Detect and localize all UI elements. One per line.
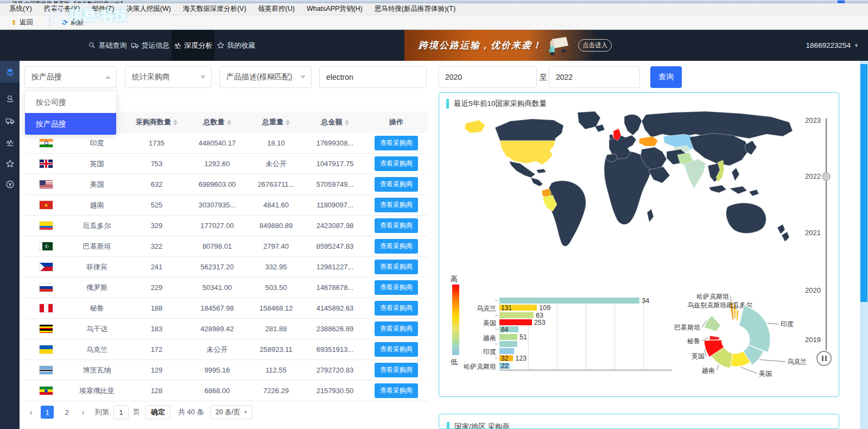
sidebar-item-star-icon[interactable] (0, 153, 20, 174)
view-buyers-button[interactable]: 查看采购商 (375, 363, 418, 377)
scrollbar-thumb[interactable] (860, 64, 867, 302)
nav-tab-货运信息[interactable]: 货运信息 (129, 30, 172, 61)
table-row-印度: 印度17354480540.1718.1017699308...查看采购商 (24, 133, 428, 154)
dropdown-option-按公司搜[interactable]: 按公司搜 (25, 91, 116, 113)
column-header-总重量[interactable]: 总重量 (247, 111, 305, 133)
search-mode-select[interactable]: 按产品搜 (24, 66, 117, 88)
sidebar-item-search-hand-icon[interactable] (0, 88, 20, 110)
view-buyers-button[interactable]: 查看采购商 (375, 383, 418, 398)
table-row-秘鲁: 秘鲁188184567.98158468.124145892.63查看采购商 (24, 298, 428, 319)
pie-label-越南: 越南 (702, 367, 715, 374)
page-size-select[interactable]: 20 条/页▼ (211, 405, 253, 419)
back-label: 返回 (20, 18, 33, 27)
view-buyers-button[interactable]: 查看采购商 (375, 218, 418, 233)
banner-enter-button[interactable]: 点击进入 (578, 39, 612, 52)
match-type-select[interactable]: 产品描述(模糊匹配) (219, 66, 312, 88)
confirm-button[interactable]: 确定 (145, 405, 170, 419)
country-flag (39, 242, 53, 251)
account-phone[interactable]: 18669223254 ▼ (776, 30, 863, 61)
chevron-down-icon: ▼ (244, 410, 248, 415)
table-row-乌克兰: 乌克兰172未公开258923.1169351913...查看采购商 (24, 339, 428, 360)
sidebar-item-currency-icon[interactable] (0, 173, 20, 195)
view-buyers-button[interactable]: 查看采购商 (375, 177, 418, 192)
second-chart-card: 国家/地区 采购商 (439, 414, 839, 429)
menu-item[interactable]: 系统(Y) (4, 3, 37, 15)
prev-page-button[interactable]: ‹ (24, 406, 37, 419)
column-header-总数量[interactable]: 总数量 (187, 111, 247, 133)
bar-inner-value: 131 (501, 304, 512, 312)
menu-item[interactable]: 海关数据深度分析(V) (178, 3, 251, 15)
search-icon (88, 41, 96, 49)
truck-icon (131, 41, 139, 49)
bar-越南: 51 (499, 334, 517, 340)
keyword-field-wrap (319, 66, 427, 88)
logo-icon (47, 7, 64, 24)
timeline-knob[interactable] (822, 172, 831, 181)
buyer-count: 241 (126, 257, 187, 277)
view-buyers-button[interactable]: 查看采购商 (375, 198, 418, 212)
country-name: 印度 (68, 133, 126, 153)
promo-banner[interactable]: 跨境公路运输，优价来袭！ 点击进入 (404, 30, 638, 61)
timeline-year-2021[interactable]: 2021 (797, 229, 821, 237)
bar-4: 84 (499, 326, 518, 332)
sidebar-item-layers-icon[interactable] (0, 61, 20, 83)
country-flag (39, 283, 53, 292)
total-quantity: 4480540.17 (187, 133, 247, 153)
year-from-input[interactable] (439, 73, 536, 81)
sort-icon[interactable] (173, 119, 178, 125)
keyword-input[interactable] (320, 73, 426, 81)
country-name: 美国 (68, 174, 126, 194)
menu-item[interactable]: WhatsAPP营销(H) (302, 3, 368, 15)
next-page-button[interactable]: › (77, 406, 90, 419)
world-map-chart[interactable] (445, 111, 797, 285)
country-flag (39, 304, 53, 313)
view-buyers-button[interactable]: 查看采购商 (375, 260, 418, 274)
nav-tab-我的收藏[interactable]: 我的收藏 (214, 30, 257, 61)
sort-icon[interactable] (345, 119, 349, 125)
total-weight: 未公开 (247, 154, 305, 174)
timeline-year-2023[interactable]: 2023 (797, 116, 821, 124)
menu-item[interactable]: 思马特搜(新品推荐体验)(T) (370, 3, 460, 15)
column-header-采购商数量[interactable]: 采购商数量 (126, 111, 187, 133)
total-weight: 112.55 (247, 360, 305, 380)
page-button-1[interactable]: 1 (41, 406, 54, 419)
map-alaska (465, 120, 485, 133)
view-buyers-button[interactable]: 查看采购商 (375, 321, 418, 336)
dropdown-option-按产品搜[interactable]: 按产品搜 (25, 113, 116, 135)
axis-tick (495, 344, 498, 344)
view-buyers-button[interactable]: 查看采购商 (375, 301, 418, 316)
country-flag (39, 365, 53, 375)
stat-type-select[interactable]: 统计采购商 (125, 66, 212, 88)
menu-item[interactable]: 领英群控(U) (254, 3, 300, 15)
view-buyers-button[interactable]: 查看采购商 (375, 239, 418, 254)
map-india (684, 159, 706, 188)
menu-item[interactable]: 决策人挖掘(W) (121, 3, 176, 15)
total-weight: 849880.89 (247, 216, 305, 236)
table-row-巴基斯坦: 巴基斯坦32280798.012797.408595247.83查看采购商 (24, 236, 428, 257)
back-button[interactable]: ⬆ 返回 (7, 17, 37, 28)
nav-tab-基础查询[interactable]: 基础查询 (86, 30, 129, 61)
pie-label-英国: 英国 (692, 352, 705, 360)
table-row-埃塞俄比亚: 埃塞俄比亚1286868.007226.292157930.50查看采购商 (24, 381, 428, 401)
view-buyers-button[interactable]: 查看采购商 (375, 136, 418, 150)
sidebar-item-analysis-icon[interactable] (0, 131, 20, 153)
star-icon (217, 41, 225, 49)
sort-icon[interactable] (227, 119, 231, 125)
buyer-count: 172 (126, 339, 187, 359)
page-button-2[interactable]: 2 (60, 406, 73, 419)
column-header-总金额[interactable]: 总金额 (305, 111, 365, 133)
year-to-input[interactable] (549, 73, 639, 81)
table-row-俄罗斯: 俄罗斯22950341.00503.5014678678...查看采购商 (24, 277, 428, 298)
sidebar-item-truck-icon[interactable] (0, 110, 20, 131)
sort-icon[interactable] (286, 119, 290, 125)
nav-tab-深度分析[interactable]: 深度分析 (172, 30, 214, 61)
country-name: 菲律宾 (68, 257, 126, 277)
view-buyers-button[interactable]: 查看采购商 (375, 156, 418, 171)
nav-tabs: 基础查询货运信息深度分析我的收藏 (86, 30, 257, 61)
goto-page-input[interactable] (113, 405, 129, 419)
query-button[interactable]: 查询 (650, 66, 682, 88)
timeline-year-2022[interactable]: 2022 (797, 172, 821, 180)
buyer-count: 753 (126, 154, 187, 174)
view-buyers-button[interactable]: 查看采购商 (375, 342, 418, 357)
view-buyers-button[interactable]: 查看采购商 (375, 280, 418, 295)
